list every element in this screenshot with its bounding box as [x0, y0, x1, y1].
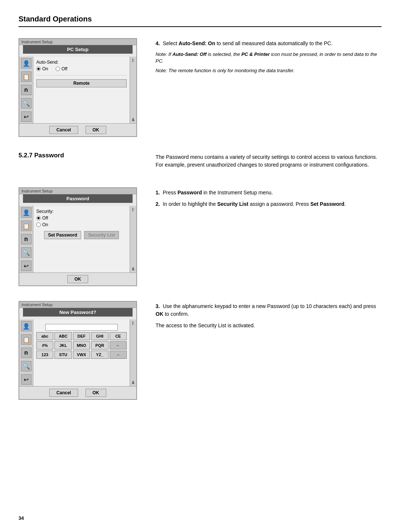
- security-on-label: On: [42, 222, 48, 227]
- step1-bold: Password: [177, 190, 202, 195]
- pc-setup-dialog-container: Instrument Setup PC Setup 👤 📋 n 🔍 ↩ Auto…: [19, 38, 144, 137]
- np-sidebar-search-icon[interactable]: 🔍: [21, 361, 31, 371]
- radio-off-item[interactable]: Off: [56, 66, 67, 71]
- step3-bold: OK: [156, 311, 163, 317]
- np-sidebar-person-icon[interactable]: 👤: [21, 321, 31, 331]
- sidebar-search-icon[interactable]: 🔍: [21, 98, 31, 108]
- pc-setup-cancel-button[interactable]: Cancel: [49, 126, 78, 134]
- security-list-button[interactable]: Security List: [84, 231, 119, 239]
- key-abc[interactable]: abc: [36, 332, 53, 340]
- security-radio-group: Off On: [36, 215, 127, 227]
- password-input-field[interactable]: [45, 324, 117, 331]
- pc-setup-ok-button[interactable]: OK: [86, 126, 106, 134]
- sidebar-n-icon[interactable]: n: [21, 85, 31, 95]
- keypad-grid: abc ABC DEF GHI CE #% JKL MNO PQR ← 123 …: [36, 332, 127, 359]
- password-dialog-title: Password: [23, 194, 133, 203]
- section-password-heading: 5.2.7 Password The Password menu contain…: [19, 152, 381, 173]
- new-password-title-bar: Instrument Setup: [19, 302, 136, 308]
- pc-setup-title-bar: Instrument Setup: [19, 39, 136, 45]
- step2-suffix: .: [344, 201, 346, 207]
- step2-num: 2.: [156, 201, 160, 207]
- step4-num: 4.: [156, 40, 160, 46]
- np-sidebar-back-icon[interactable]: ↩: [21, 374, 31, 385]
- auto-send-radio-group: On Off: [36, 66, 127, 71]
- password-title-bar: Instrument Setup: [19, 188, 136, 194]
- password-ok-button[interactable]: OK: [67, 275, 88, 283]
- new-password-body: 👤 📋 n 🔍 ↩ abc ABC DEF GHI CE #% J: [19, 319, 136, 386]
- right-bar-top: ):: [132, 58, 134, 62]
- new-password-cancel-button[interactable]: Cancel: [49, 389, 78, 397]
- password-widget: Instrument Setup Password 👤 📋 n 🔍 ↩ Secu…: [19, 187, 137, 286]
- pwd-sidebar-person-icon[interactable]: 👤: [21, 207, 31, 218]
- step2-text: 2. In order to highlight the Security Li…: [156, 200, 381, 208]
- radio-on-item[interactable]: On: [36, 66, 48, 71]
- step3-text: 3. Use the alphanumeric keypad to enter …: [156, 302, 381, 318]
- security-on-item[interactable]: On: [36, 222, 127, 227]
- pwd-sidebar-n-icon[interactable]: n: [21, 234, 31, 244]
- note2-text: Note: The remote function is only for mo…: [156, 67, 381, 74]
- pc-setup-widget: Instrument Setup PC Setup 👤 📋 n 🔍 ↩ Auto…: [19, 38, 137, 137]
- sidebar-person-icon[interactable]: 👤: [21, 58, 31, 68]
- sidebar-folder-icon[interactable]: 📋: [21, 71, 31, 82]
- key-CE[interactable]: CE: [110, 332, 127, 340]
- radio-off-circle[interactable]: [56, 67, 60, 71]
- key-VWX[interactable]: VWX: [73, 351, 90, 359]
- step1-prefix: Press: [163, 190, 177, 195]
- key-hash[interactable]: #%: [36, 341, 53, 349]
- note1-italic-bold: Auto-Send: Off: [173, 51, 207, 57]
- key-JKL[interactable]: JKL: [54, 341, 71, 349]
- security-label: Security:: [36, 209, 127, 214]
- key-GHI[interactable]: GHI: [91, 332, 108, 340]
- password-sidebar: 👤 📋 n 🔍 ↩: [19, 206, 33, 272]
- key-ABC[interactable]: ABC: [54, 332, 71, 340]
- password-body: 👤 📋 n 🔍 ↩ Security: Off: [19, 206, 136, 272]
- key-backspace[interactable]: ←: [110, 341, 127, 349]
- new-password-ok-button[interactable]: OK: [86, 389, 106, 397]
- np-sidebar-n-icon[interactable]: n: [21, 348, 31, 358]
- password-footer: OK: [19, 272, 136, 285]
- key-YZ[interactable]: YZ_: [91, 351, 108, 359]
- new-password-footer: Cancel OK: [19, 386, 136, 399]
- step3-prefix: Use the alphanumeric keypad to enter a n…: [163, 303, 376, 309]
- step3-suffix: to confirm.: [163, 311, 189, 317]
- set-password-button[interactable]: Set Password: [44, 231, 81, 239]
- np-sidebar-folder-icon[interactable]: 📋: [21, 334, 31, 345]
- password-dialog-container: Instrument Setup Password 👤 📋 n 🔍 ↩ Secu…: [19, 187, 144, 286]
- section-new-password: Instrument Setup New Password? 👤 📋 n 🔍 ↩…: [19, 301, 381, 400]
- pwd-sidebar-folder-icon[interactable]: 📋: [21, 221, 31, 231]
- password-heading-left: 5.2.7 Password: [19, 152, 144, 173]
- key-MNO[interactable]: MNO: [73, 341, 90, 349]
- key-STU[interactable]: STU: [54, 351, 71, 359]
- key-DEF[interactable]: DEF: [73, 332, 90, 340]
- security-off-item[interactable]: Off: [36, 215, 127, 221]
- password-btn-row: Set Password Security List: [36, 231, 127, 239]
- pc-setup-sidebar: 👤 📋 n 🔍 ↩: [19, 57, 33, 123]
- new-password-right-bar: ): &: [130, 319, 136, 386]
- radio-on-label: On: [42, 66, 48, 71]
- pc-setup-instructions: 4. Select Auto-Send: On to send all meas…: [156, 38, 381, 137]
- step4-text: 4. Select Auto-Send: On to send all meas…: [156, 40, 381, 47]
- password-description: The Password menu contains a variety of …: [156, 152, 381, 173]
- security-on-circle[interactable]: [36, 222, 41, 227]
- section-password-dialog: Instrument Setup Password 👤 📋 n 🔍 ↩ Secu…: [19, 187, 381, 286]
- password-section-heading: 5.2.7 Password: [19, 152, 144, 159]
- step1-num: 1.: [156, 190, 160, 195]
- key-PQR[interactable]: PQR: [91, 341, 108, 349]
- radio-off-label: Off: [61, 66, 67, 71]
- security-off-circle[interactable]: [36, 216, 41, 220]
- np-right-bar-top: ):: [132, 321, 134, 325]
- page-number: 34: [19, 515, 24, 521]
- key-forward[interactable]: →: [110, 351, 127, 359]
- remote-button[interactable]: Remote: [36, 79, 127, 87]
- pwd-sidebar-back-icon[interactable]: ↩: [21, 261, 31, 271]
- divider1: [36, 75, 127, 76]
- step3-num: 3.: [156, 303, 160, 309]
- pwd-right-bar-bottom: &: [132, 267, 134, 271]
- password-content: Security: Off On Set Password Sec: [33, 206, 130, 272]
- pc-setup-right-bar: ): &: [130, 57, 136, 123]
- radio-on-circle[interactable]: [36, 67, 41, 71]
- pwd-sidebar-search-icon[interactable]: 🔍: [21, 247, 31, 258]
- sidebar-back-icon[interactable]: ↩: [21, 111, 31, 122]
- key-123[interactable]: 123: [36, 351, 53, 359]
- password-right-bar: ): &: [130, 206, 136, 272]
